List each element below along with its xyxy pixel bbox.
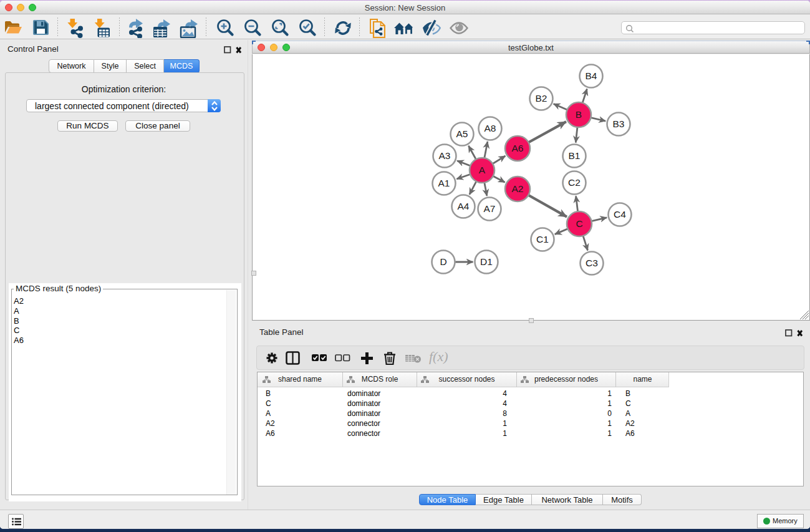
svg-text:A8: A8 xyxy=(485,123,496,133)
svg-text:D: D xyxy=(440,256,446,267)
svg-text:B: B xyxy=(576,109,582,120)
svg-text:A7: A7 xyxy=(484,203,496,214)
svg-text:C1: C1 xyxy=(536,234,549,244)
svg-text:B3: B3 xyxy=(613,118,625,129)
svg-text:C4: C4 xyxy=(614,209,626,220)
svg-text:D1: D1 xyxy=(480,256,493,267)
svg-text:A4: A4 xyxy=(458,201,470,211)
svg-text:B4: B4 xyxy=(586,70,597,81)
svg-text:A3: A3 xyxy=(439,150,451,161)
svg-text:A2: A2 xyxy=(512,183,524,194)
svg-text:A1: A1 xyxy=(438,178,450,188)
svg-text:B1: B1 xyxy=(569,150,581,161)
svg-text:A6: A6 xyxy=(512,143,524,153)
svg-text:C3: C3 xyxy=(586,258,598,268)
svg-text:A: A xyxy=(479,165,486,175)
svg-text:C2: C2 xyxy=(568,177,581,188)
svg-text:C: C xyxy=(576,218,582,229)
svg-text:B2: B2 xyxy=(536,93,547,104)
svg-text:A5: A5 xyxy=(456,128,468,139)
